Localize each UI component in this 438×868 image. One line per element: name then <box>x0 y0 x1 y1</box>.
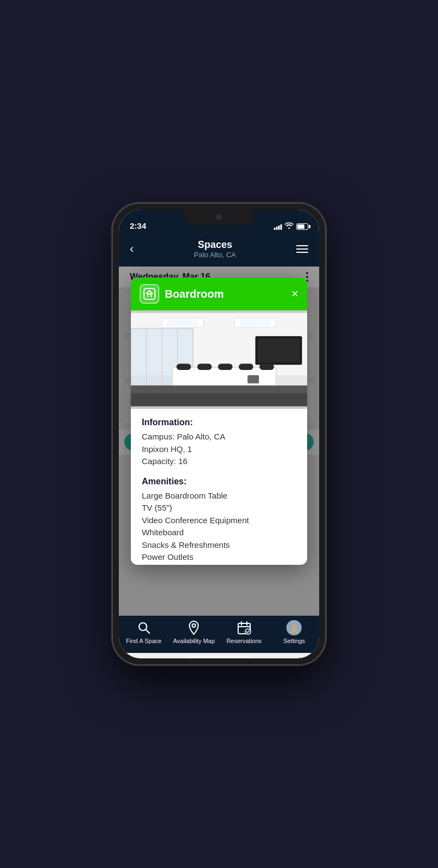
svg-rect-25 <box>131 394 307 407</box>
nav-settings[interactable]: Settings <box>269 620 320 644</box>
logo-svg <box>143 288 155 300</box>
modal-body: Information: Campus: Palo Alto, CA Inpix… <box>131 409 307 565</box>
nav-find-space[interactable]: Find A Space <box>119 620 169 644</box>
header-title: Spaces <box>194 239 236 251</box>
svg-rect-10 <box>240 319 271 326</box>
calendar-check-icon <box>237 620 252 635</box>
amenity-2: TV (55") <box>142 502 296 514</box>
nav-availability-map-label: Availability Map <box>173 638 215 644</box>
campus-info: Campus: Palo Alto, CA <box>142 431 296 443</box>
nav-reservations-label: Reservations <box>227 638 262 644</box>
svg-rect-15 <box>197 364 212 370</box>
modal-header: Boardroom × <box>131 277 307 310</box>
app-header: ‹ Spaces Palo Alto, CA <box>119 234 319 267</box>
battery-fill <box>297 224 304 229</box>
svg-rect-12 <box>257 338 300 363</box>
modal: Boardroom × <box>131 277 307 565</box>
svg-rect-23 <box>247 375 259 383</box>
amenity-1: Large Boardroom Table <box>142 490 296 502</box>
battery-icon <box>296 223 308 230</box>
modal-close-button[interactable]: × <box>291 288 298 300</box>
status-time: 2:34 <box>130 221 146 230</box>
wifi-icon <box>285 222 293 230</box>
status-icons <box>274 222 308 230</box>
capacity-info: Capacity: 16 <box>142 455 296 468</box>
svg-point-28 <box>192 624 195 627</box>
amenity-5: Snacks & Refreshments <box>142 539 296 552</box>
home-indicator <box>186 656 252 658</box>
svg-rect-16 <box>218 364 233 370</box>
room-illustration <box>131 310 307 409</box>
modal-overlay: Boardroom × <box>119 267 319 616</box>
app-logo <box>140 284 159 304</box>
svg-rect-8 <box>167 319 198 326</box>
amenity-7: Wired Network Connection <box>142 564 296 565</box>
header-subtitle: Palo Alto, CA <box>194 251 236 259</box>
information-heading: Information: <box>142 418 296 427</box>
room-image <box>131 310 307 409</box>
phone-screen: 2:34 <box>119 210 319 658</box>
nav-find-space-label: Find A Space <box>126 638 162 644</box>
modal-header-left: Boardroom <box>140 284 224 304</box>
modal-title: Boardroom <box>165 288 224 300</box>
map-pin-icon <box>186 620 201 635</box>
bottom-nav: Find A Space Availability Map <box>119 616 319 653</box>
amenities-section: Amenities: Large Boardroom Table TV (55"… <box>142 477 296 565</box>
svg-line-27 <box>146 630 149 634</box>
content-area: Wednesday, Mar 16 4 Cap Focus Room Ca <box>119 267 319 616</box>
nav-settings-label: Settings <box>283 638 305 644</box>
menu-button[interactable] <box>296 245 308 253</box>
camera <box>216 215 222 220</box>
amenity-4: Whiteboard <box>142 526 296 539</box>
svg-rect-17 <box>239 364 253 370</box>
svg-point-34 <box>292 624 296 628</box>
information-section: Information: Campus: Palo Alto, CA Inpix… <box>142 418 296 468</box>
notch <box>183 210 255 225</box>
back-button[interactable]: ‹ <box>130 242 134 256</box>
svg-point-33 <box>245 629 251 634</box>
amenity-6: Power Outlets <box>142 551 296 564</box>
avatar-icon <box>286 620 302 635</box>
header-title-wrap: Spaces Palo Alto, CA <box>194 239 236 259</box>
phone-frame: 2:34 <box>112 203 326 665</box>
nav-reservations[interactable]: Reservations <box>219 620 269 644</box>
amenities-heading: Amenities: <box>142 477 296 487</box>
search-icon <box>136 620 152 635</box>
building-info: Inpixon HQ, 1 <box>142 443 296 456</box>
signal-bars-icon <box>274 223 282 230</box>
amenity-3: Video Conference Equipment <box>142 514 296 527</box>
svg-rect-14 <box>176 364 191 370</box>
svg-rect-18 <box>260 364 274 370</box>
nav-availability-map[interactable]: Availability Map <box>169 620 220 644</box>
